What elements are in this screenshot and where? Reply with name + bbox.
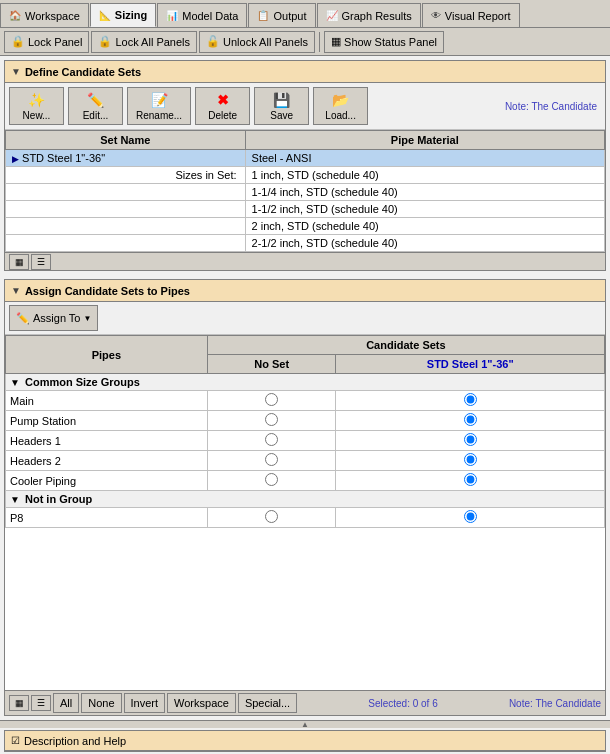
- selected-count: Selected: 0 of 6: [299, 698, 507, 709]
- show-status-button[interactable]: ▦ Show Status Panel: [324, 31, 444, 53]
- table-row[interactable]: Cooler Piping: [6, 471, 605, 491]
- load-button[interactable]: 📂 Load...: [313, 87, 368, 125]
- all-button[interactable]: All: [53, 693, 79, 713]
- std-steel-radio-cell[interactable]: [336, 411, 605, 431]
- list-icon-btn[interactable]: ☰: [31, 254, 51, 270]
- filter-list-icon[interactable]: ☰: [31, 695, 51, 711]
- lock-all-button[interactable]: 🔒 Lock All Panels: [91, 31, 197, 53]
- candidate-table-icon-bar: ▦ ☰: [5, 252, 605, 270]
- main-content: ▼ Define Candidate Sets ✨ New... ✏️ Edit…: [0, 56, 610, 754]
- lock-panel-button[interactable]: 🔒 Lock Panel: [4, 31, 89, 53]
- std-steel-radio-cell[interactable]: [336, 431, 605, 451]
- assign-header: ▼ Assign Candidate Sets to Pipes: [5, 280, 605, 302]
- assign-to-button[interactable]: ✏️ Assign To ▼: [9, 305, 98, 331]
- table-row[interactable]: Sizes in Set: 1 inch, STD (schedule 40): [6, 167, 605, 184]
- pipe-material-cell: Steel - ANSI: [245, 150, 604, 167]
- table-row[interactable]: 1-1/2 inch, STD (schedule 40): [6, 201, 605, 218]
- size-cell: 1 inch, STD (schedule 40): [245, 167, 604, 184]
- save-icon: 💾: [273, 92, 290, 108]
- size-name-empty: [6, 201, 246, 218]
- delete-button[interactable]: ✖ Delete: [195, 87, 250, 125]
- invert-button[interactable]: Invert: [124, 693, 166, 713]
- rename-button[interactable]: 📝 Rename...: [127, 87, 191, 125]
- table-row[interactable]: 2 inch, STD (schedule 40): [6, 218, 605, 235]
- table-row[interactable]: Pump Station: [6, 411, 605, 431]
- size-cell: 2 inch, STD (schedule 40): [245, 218, 604, 235]
- pipe-name: Pump Station: [6, 411, 208, 431]
- workspace-icon: 🏠: [9, 10, 21, 21]
- edit-icon: ✏️: [87, 92, 104, 108]
- std-steel-radio-cell[interactable]: [336, 391, 605, 411]
- special-button[interactable]: Special...: [238, 693, 297, 713]
- sizes-label: Sizes in Set:: [6, 167, 246, 184]
- sizing-icon: 📐: [99, 10, 111, 21]
- not-in-group-header[interactable]: ▼ Not in Group: [6, 491, 605, 508]
- candidate-sets-table: Set Name Pipe Material ▶ STD Steel 1"-36…: [5, 130, 605, 252]
- assign-pencil-icon: ✏️: [16, 312, 30, 325]
- col-no-set: No Set: [207, 355, 336, 374]
- new-button[interactable]: ✨ New...: [9, 87, 64, 125]
- no-set-radio-cell[interactable]: [207, 508, 336, 528]
- std-steel-radio-cell[interactable]: [336, 471, 605, 491]
- tab-output[interactable]: 📋 Output: [248, 3, 315, 27]
- delete-icon: ✖: [217, 92, 229, 108]
- size-cell: 1-1/4 inch, STD (schedule 40): [245, 184, 604, 201]
- std-steel-radio-cell[interactable]: [336, 508, 605, 528]
- assign-section: ▼ Assign Candidate Sets to Pipes ✏️ Assi…: [4, 279, 606, 716]
- std-steel-radio-cell[interactable]: [336, 451, 605, 471]
- status-icon: ▦: [331, 35, 341, 48]
- tab-bar: 🏠 Workspace 📐 Sizing 📊 Model Data 📋 Outp…: [0, 0, 610, 28]
- save-button[interactable]: 💾 Save: [254, 87, 309, 125]
- tab-graph-results[interactable]: 📈 Graph Results: [317, 3, 421, 27]
- size-cell: 2-1/2 inch, STD (schedule 40): [245, 235, 604, 252]
- pipes-table: Pipes Candidate Sets No Set STD Steel 1"…: [5, 335, 605, 528]
- description-panel: ☑ Description and Help: [4, 730, 606, 752]
- table-row[interactable]: 2-1/2 inch, STD (schedule 40): [6, 235, 605, 252]
- table-row[interactable]: ▶ STD Steel 1"-36" Steel - ANSI: [6, 150, 605, 167]
- tab-model-data[interactable]: 📊 Model Data: [157, 3, 247, 27]
- table-row[interactable]: Headers 2: [6, 451, 605, 471]
- no-set-radio-cell[interactable]: [207, 391, 336, 411]
- table-row[interactable]: Main: [6, 391, 605, 411]
- description-title: Description and Help: [24, 735, 126, 747]
- assign-title: Assign Candidate Sets to Pipes: [25, 285, 190, 297]
- candidate-sets-section: ▼ Define Candidate Sets ✨ New... ✏️ Edit…: [4, 60, 606, 271]
- no-set-radio-cell[interactable]: [207, 471, 336, 491]
- description-toggle[interactable]: ☑: [11, 735, 20, 746]
- workspace-button[interactable]: Workspace: [167, 693, 236, 713]
- filter-grid-icon[interactable]: ▦: [9, 695, 29, 711]
- pipe-name: Main: [6, 391, 208, 411]
- table-row[interactable]: P8: [6, 508, 605, 528]
- not-in-group-toggle-icon: ▼: [10, 494, 20, 505]
- unlock-icon: 🔓: [206, 35, 220, 48]
- candidate-sets-table-container[interactable]: Set Name Pipe Material ▶ STD Steel 1"-36…: [5, 130, 605, 252]
- tab-visual-report[interactable]: 👁 Visual Report: [422, 3, 520, 27]
- candidate-sets-header: ▼ Define Candidate Sets: [5, 61, 605, 83]
- toolbar-separator: [319, 32, 320, 52]
- col-set-name: Set Name: [6, 131, 246, 150]
- assign-toggle[interactable]: ▼: [11, 285, 21, 296]
- pipes-table-container[interactable]: Pipes Candidate Sets No Set STD Steel 1"…: [5, 335, 605, 690]
- collapse-handle[interactable]: ▲: [0, 720, 610, 728]
- pipe-name: Headers 2: [6, 451, 208, 471]
- pipe-name: Headers 1: [6, 431, 208, 451]
- assign-dropdown-icon: ▼: [84, 314, 92, 323]
- common-size-groups-header[interactable]: ▼ Common Size Groups: [6, 374, 605, 391]
- tab-workspace[interactable]: 🏠 Workspace: [0, 3, 89, 27]
- grid-icon-btn[interactable]: ▦: [9, 254, 29, 270]
- unlock-all-button[interactable]: 🔓 Unlock All Panels: [199, 31, 315, 53]
- filter-bar: ▦ ☰ All None Invert Workspace Special...…: [5, 690, 605, 715]
- none-button[interactable]: None: [81, 693, 121, 713]
- size-cell: 1-1/2 inch, STD (schedule 40): [245, 201, 604, 218]
- candidate-sets-toggle[interactable]: ▼: [11, 66, 21, 77]
- table-row[interactable]: Headers 1: [6, 431, 605, 451]
- table-row[interactable]: 1-1/4 inch, STD (schedule 40): [6, 184, 605, 201]
- no-set-radio-cell[interactable]: [207, 411, 336, 431]
- rename-icon: 📝: [151, 92, 168, 108]
- edit-button[interactable]: ✏️ Edit...: [68, 87, 123, 125]
- lock-icon: 🔒: [11, 35, 25, 48]
- pipe-name: P8: [6, 508, 208, 528]
- no-set-radio-cell[interactable]: [207, 431, 336, 451]
- tab-sizing[interactable]: 📐 Sizing: [90, 3, 156, 27]
- no-set-radio-cell[interactable]: [207, 451, 336, 471]
